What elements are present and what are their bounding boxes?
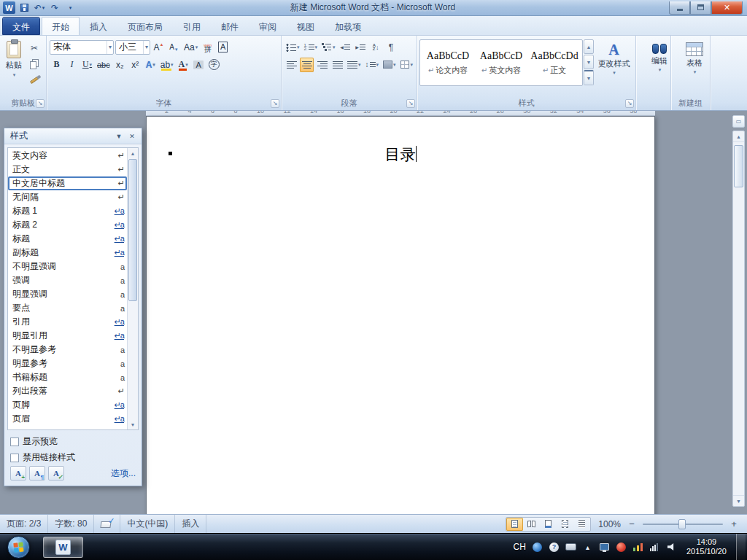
decrease-indent-button[interactable]: ◀ (338, 40, 352, 55)
word-app-icon[interactable]: W (3, 1, 15, 14)
font-color-button[interactable]: A▾ (177, 58, 190, 72)
scroll-down-button[interactable]: ▼ (733, 495, 744, 506)
style-list-item[interactable]: 正文 ↵ (8, 163, 127, 176)
style-gallery-item[interactable]: AaBbCcDd ↵正文 (528, 42, 581, 84)
multilevel-list-button[interactable]: ▾ (320, 40, 337, 55)
align-center-button[interactable] (300, 58, 314, 72)
outline-view-button[interactable] (557, 518, 573, 531)
style-list-item[interactable]: 英文内容 ↵ (8, 149, 127, 163)
style-list-item[interactable]: 不明显参考 a (8, 343, 127, 357)
style-list-item[interactable]: 引用 ↵a (8, 315, 127, 329)
italic-button[interactable]: I (65, 58, 79, 72)
sort-button[interactable]: AZ↓ (369, 40, 383, 55)
styles-pane-close-button[interactable]: ✕ (125, 131, 139, 142)
taskbar-word-button[interactable]: W (43, 537, 83, 558)
shrink-font-button[interactable]: A▼ (167, 40, 181, 55)
underline-button[interactable]: U▾ (80, 58, 94, 72)
paragraph-dialog-launcher[interactable]: ↘ (406, 99, 415, 108)
print-layout-view-button[interactable] (506, 518, 523, 531)
start-button[interactable] (7, 536, 30, 559)
style-list-item[interactable]: 书籍标题 a (8, 370, 127, 384)
font-name-select[interactable]: 宋体 ▾ (50, 40, 114, 55)
numbering-button[interactable]: 1.2.▾ (303, 40, 320, 55)
gallery-more-button[interactable]: ▼ (584, 70, 594, 85)
change-styles-button[interactable]: A 更改样式 ▾ (594, 38, 634, 98)
document-page[interactable]: 目录 (146, 116, 655, 514)
style-inspector-button[interactable]: A¶ (29, 466, 45, 481)
copy-button[interactable] (26, 57, 43, 71)
zoom-out-button[interactable]: − (626, 518, 638, 530)
zoom-in-button[interactable]: + (728, 518, 740, 530)
redo-button[interactable]: ↷ (48, 1, 61, 14)
style-list-item[interactable]: 明显强调 a (8, 287, 127, 301)
bullets-button[interactable]: ▾ (285, 40, 301, 55)
performance-tray-icon[interactable] (632, 542, 643, 553)
cut-button[interactable]: ✂ (26, 41, 43, 55)
highlight-color-button[interactable]: ab▾ (159, 58, 175, 72)
show-hide-marks-button[interactable]: ¶ (384, 40, 398, 55)
style-list-item[interactable]: 无间隔 ↵ (8, 190, 127, 204)
ribbon-tab[interactable]: 加载项 (325, 16, 371, 35)
superscript-button[interactable]: x² (128, 58, 142, 72)
grow-font-button[interactable]: A▲ (152, 40, 166, 55)
ribbon-tab[interactable]: 文件 (2, 17, 40, 35)
document-heading[interactable]: 目录 (385, 146, 416, 163)
ribbon-tab[interactable]: 视图 (287, 16, 325, 35)
enclose-characters-button[interactable]: 字 (207, 58, 221, 72)
gallery-scroll-up-button[interactable]: ▲ (584, 39, 594, 54)
show-hidden-icons-button[interactable]: ▴ (582, 542, 593, 553)
format-painter-button[interactable] (26, 73, 43, 87)
zoom-slider[interactable] (643, 518, 723, 530)
phonetic-guide-button[interactable]: wén 拼 (201, 40, 214, 55)
scroll-up-button[interactable]: ▲ (128, 148, 138, 158)
table-button[interactable]: 表格 ▾ (673, 38, 716, 75)
distribute-button[interactable]: ▾ (346, 58, 363, 72)
insert-mode-indicator[interactable]: 插入 (175, 515, 206, 533)
style-gallery-item[interactable]: AaBbCcD ↵论文内容 (422, 42, 474, 84)
view-ruler-toggle-button[interactable]: ▭ (732, 115, 745, 128)
align-left-button[interactable] (285, 58, 298, 72)
subscript-button[interactable]: x₂ (113, 58, 127, 72)
scrollbar-thumb[interactable] (734, 145, 743, 187)
line-spacing-button[interactable]: ↕▾ (364, 58, 381, 72)
style-list-item[interactable]: 要点 a (8, 301, 127, 315)
show-desktop-button[interactable] (736, 534, 746, 560)
ribbon-tab[interactable]: 引用 (173, 16, 211, 35)
tray-help-icon[interactable]: ? (549, 542, 560, 553)
styles-pane-scrollbar[interactable]: ▲ ▼ (127, 148, 138, 429)
tray-keyboard-icon[interactable] (565, 542, 576, 553)
ribbon-tab[interactable]: 开始 (42, 17, 80, 35)
style-list-item[interactable]: 不明显强调 a (8, 260, 127, 273)
web-layout-view-button[interactable] (540, 518, 557, 531)
font-size-select[interactable]: 小三 ▾ (115, 40, 150, 55)
close-button[interactable]: ✕ (711, 1, 743, 15)
taskbar-clock[interactable]: 14:09 2015/10/20 (683, 537, 730, 556)
style-list-item[interactable]: 标题 2 ↵a (8, 218, 127, 232)
maximize-button[interactable] (690, 1, 711, 15)
style-list-item[interactable]: 列出段落 ↵ (8, 384, 127, 398)
borders-button[interactable]: ▾ (399, 58, 415, 72)
vertical-scrollbar[interactable]: ▲ ▼ (732, 131, 745, 507)
align-right-button[interactable] (315, 58, 329, 72)
qat-customize-button[interactable]: ▾ (63, 1, 77, 14)
style-list-item[interactable]: 页眉 ↵a (8, 412, 127, 426)
strikethrough-button[interactable]: abc (96, 58, 112, 72)
show-preview-checkbox[interactable]: 显示预览 (10, 435, 136, 448)
scroll-down-button[interactable]: ▼ (128, 419, 138, 429)
bold-button[interactable]: B (50, 58, 63, 72)
page-indicator[interactable]: 页面: 2/3 (0, 515, 48, 533)
manage-styles-button[interactable]: A✓ (48, 466, 64, 481)
ribbon-tab[interactable]: 审阅 (249, 16, 287, 35)
shading-button[interactable]: ▾ (382, 58, 398, 72)
new-style-button[interactable]: A+ (10, 466, 26, 481)
character-shading-button[interactable]: A (192, 58, 206, 72)
styles-pane-menu-button[interactable]: ▼ (112, 131, 125, 142)
draft-view-button[interactable] (573, 518, 590, 531)
language-indicator[interactable]: 中文(中国) (120, 515, 175, 533)
character-border-button[interactable]: A (216, 40, 230, 55)
volume-button[interactable] (666, 542, 677, 553)
gallery-scroll-down-button[interactable]: ▼ (584, 55, 594, 69)
word-count-indicator[interactable]: 字数: 80 (48, 515, 94, 533)
style-list-item[interactable]: 标题 ↵a (8, 232, 127, 246)
increase-indent-button[interactable]: ▶ (354, 40, 368, 55)
